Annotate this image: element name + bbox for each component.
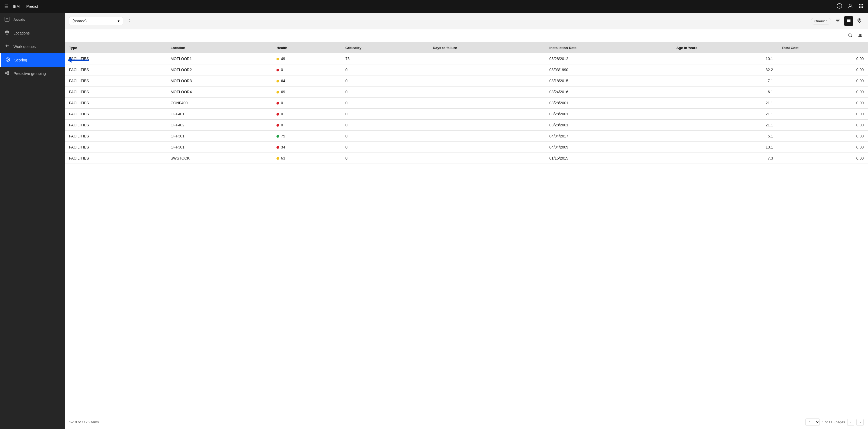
- cell-health: 69: [272, 87, 341, 98]
- cell-days-to-failure: [429, 142, 545, 153]
- cell-days-to-failure: [429, 109, 545, 120]
- col-type[interactable]: Type: [65, 42, 166, 53]
- svg-point-2: [849, 4, 851, 6]
- app-name: Predict: [26, 4, 38, 9]
- cell-installation-date: 03/18/2015: [545, 75, 672, 87]
- cell-location: MOFLOOR3: [166, 75, 272, 87]
- cell-total-cost: 0.00: [777, 109, 868, 120]
- sidebar-item-scoring[interactable]: Scoring: [0, 53, 65, 67]
- col-criticality[interactable]: Criticality: [341, 42, 428, 53]
- col-location[interactable]: Location: [166, 42, 272, 53]
- cell-health: 63: [272, 153, 341, 164]
- svg-rect-5: [859, 6, 861, 8]
- toolbar-right: Query: 1: [811, 16, 864, 26]
- columns-icon[interactable]: [856, 32, 864, 40]
- cell-age-in-years: 6.1: [672, 87, 777, 98]
- table-row[interactable]: FACILITIES OFF301 34 0 04/04/2009 13.1 0…: [65, 142, 868, 153]
- cell-age-in-years: 7.3: [672, 153, 777, 164]
- table-row[interactable]: FACILITIES MOFLOOR3 64 0 03/18/2015 7.1 …: [65, 75, 868, 87]
- sidebar-item-assets[interactable]: Assets: [0, 13, 65, 26]
- cell-type: FACILITIES: [65, 153, 166, 164]
- cell-health: 64: [272, 75, 341, 87]
- table-row[interactable]: FACILITIES MOFLOOR1 49 75 03/28/2012 10.…: [65, 53, 868, 64]
- sidebar-item-assets-label: Assets: [13, 18, 25, 22]
- help-icon[interactable]: ?: [837, 3, 842, 10]
- cell-type: FACILITIES: [65, 98, 166, 109]
- locations-icon: [4, 30, 10, 36]
- query-select[interactable]: (shared) ▾: [69, 17, 123, 25]
- col-health[interactable]: Health: [272, 42, 341, 53]
- cell-total-cost: 0.00: [777, 53, 868, 64]
- table-row[interactable]: FACILITIES OFF301 75 0 04/04/2017 5.1 0.…: [65, 131, 868, 142]
- svg-point-25: [859, 20, 860, 21]
- svg-point-26: [848, 34, 851, 36]
- cell-age-in-years: 10.1: [672, 53, 777, 64]
- sidebar-item-locations[interactable]: Locations: [0, 26, 65, 40]
- cell-type: FACILITIES: [65, 142, 166, 153]
- table-row[interactable]: FACILITIES MOFLOOR4 69 0 03/24/2016 6.1 …: [65, 87, 868, 98]
- sidebar-item-predictive-grouping-label: Predictive grouping: [13, 71, 46, 76]
- list-view-button[interactable]: [844, 16, 853, 26]
- col-age-in-years[interactable]: Age in Years: [672, 42, 777, 53]
- cell-location: OFF301: [166, 131, 272, 142]
- brand: IBM | Predict: [13, 4, 38, 9]
- svg-point-15: [6, 58, 10, 61]
- query-select-text: (shared): [72, 19, 116, 23]
- cell-criticality: 0: [341, 75, 428, 87]
- cell-days-to-failure: [429, 53, 545, 64]
- svg-rect-24: [847, 21, 850, 22]
- sidebar-item-work-queues[interactable]: Work queues: [0, 40, 65, 53]
- sidebar-item-scoring-label: Scoring: [14, 58, 27, 62]
- cell-location: OFF301: [166, 142, 272, 153]
- svg-rect-28: [858, 34, 859, 37]
- user-icon[interactable]: [847, 3, 853, 10]
- cell-health: 0: [272, 98, 341, 109]
- cell-location: OFF401: [166, 109, 272, 120]
- scoring-icon: [5, 57, 10, 63]
- cell-installation-date: 03/24/2016: [545, 87, 672, 98]
- cell-type: FACILITIES: [65, 64, 166, 75]
- cell-installation-date: 03/28/2001: [545, 98, 672, 109]
- svg-point-19: [7, 73, 9, 75]
- svg-rect-3: [859, 4, 861, 5]
- table-container: Type Location Health Criticality Days to…: [65, 42, 868, 415]
- table-row[interactable]: FACILITIES MOFLOOR2 0 0 03/03/1990 32.2 …: [65, 64, 868, 75]
- more-options-button[interactable]: ⋮: [125, 16, 133, 26]
- cell-days-to-failure: [429, 64, 545, 75]
- prev-page-button[interactable]: ‹: [847, 419, 855, 426]
- search-icon[interactable]: [846, 32, 854, 40]
- map-view-button[interactable]: [855, 16, 864, 26]
- table-row[interactable]: FACILITIES OFF402 0 0 03/28/2001 21.1 0.…: [65, 120, 868, 131]
- cell-age-in-years: 21.1: [672, 98, 777, 109]
- sidebar-item-predictive-grouping[interactable]: Predictive grouping: [0, 67, 65, 80]
- cell-age-in-years: 32.2: [672, 64, 777, 75]
- svg-point-11: [6, 31, 8, 33]
- cell-type: FACILITIES: [65, 131, 166, 142]
- cell-criticality: 0: [341, 87, 428, 98]
- page-size-select[interactable]: 1 10 20 50: [805, 419, 820, 426]
- table-row[interactable]: FACILITIES OFF401 0 0 03/28/2001 21.1 0.…: [65, 109, 868, 120]
- main-content: (shared) ▾ ⋮ Query: 1: [65, 13, 868, 429]
- cell-total-cost: 0.00: [777, 75, 868, 87]
- table-row[interactable]: FACILITIES SWSTOCK 63 0 01/15/2015 7.3 0…: [65, 153, 868, 164]
- cell-total-cost: 0.00: [777, 64, 868, 75]
- pagination: 1–10 of 1176 items 1 10 20 50 1 of 118 p…: [65, 415, 868, 429]
- cell-type: FACILITIES: [65, 120, 166, 131]
- svg-rect-29: [859, 34, 861, 37]
- sidebar-item-locations-label: Locations: [13, 31, 30, 35]
- col-installation-date[interactable]: Installation Date: [545, 42, 672, 53]
- cell-health: 0: [272, 120, 341, 131]
- cell-days-to-failure: [429, 120, 545, 131]
- svg-point-17: [5, 72, 7, 74]
- topnav-right: ?: [837, 3, 864, 10]
- predictive-grouping-icon: [4, 71, 10, 76]
- cell-installation-date: 03/28/2001: [545, 109, 672, 120]
- apps-icon[interactable]: [858, 3, 864, 10]
- col-total-cost[interactable]: Total Cost: [777, 42, 868, 53]
- filter-button[interactable]: [834, 16, 842, 26]
- next-page-button[interactable]: ›: [857, 419, 864, 426]
- table-row[interactable]: FACILITIES CONF400 0 0 03/28/2001 21.1 0…: [65, 98, 868, 109]
- menu-icon[interactable]: ☰: [4, 3, 9, 9]
- col-days-to-failure[interactable]: Days to failure: [429, 42, 545, 53]
- pagination-right: 1 10 20 50 1 of 118 pages ‹ ›: [805, 419, 864, 426]
